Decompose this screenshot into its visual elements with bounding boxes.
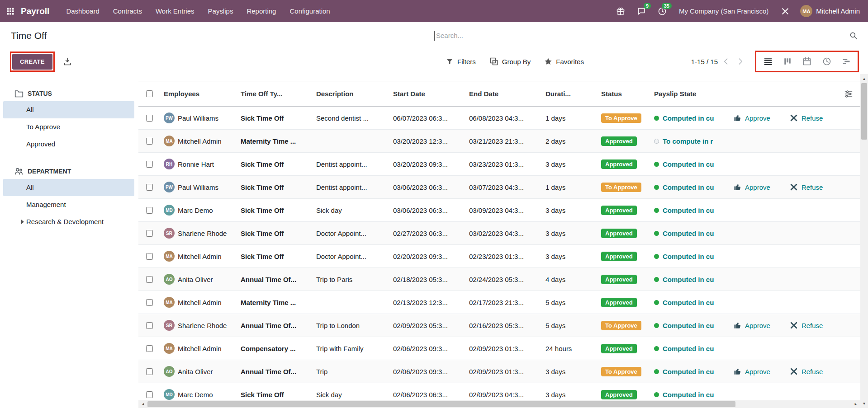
duration-cell: 1 days [542, 114, 598, 122]
nav-item-dashboard[interactable]: Dashboard [59, 0, 106, 22]
approve-button[interactable]: Approve [734, 114, 770, 122]
apps-menu-button[interactable] [0, 0, 21, 22]
group-by-button[interactable]: Group By [489, 57, 531, 66]
user-avatar[interactable]: MA [800, 5, 812, 17]
payslip-state-dot [654, 185, 659, 190]
description-cell: Sick day [313, 206, 389, 214]
messages-button[interactable]: 9 [631, 0, 652, 22]
payslip-state-dot [654, 277, 659, 282]
row-checkbox[interactable] [146, 322, 153, 329]
row-checkbox[interactable] [146, 184, 153, 191]
row-checkbox[interactable] [146, 368, 153, 375]
company-switcher[interactable]: My Company (San Francisco) [673, 0, 775, 22]
sidebar-item-status-all[interactable]: All [3, 101, 134, 118]
table-row[interactable]: PW Paul Williams Sick Time Off Second de… [138, 107, 860, 130]
sidebar-item-department-management[interactable]: Management [3, 196, 134, 213]
refuse-button[interactable]: Refuse [789, 113, 823, 122]
optional-columns-button[interactable] [844, 89, 853, 98]
row-checkbox[interactable] [146, 138, 153, 145]
scroll-up-arrow[interactable]: ▲ [860, 75, 868, 82]
employee-avatar: SR [164, 228, 175, 239]
scroll-left-arrow[interactable]: ◄ [139, 400, 147, 408]
refuse-button[interactable]: Refuse [789, 183, 823, 192]
duration-cell: 3 days [542, 368, 598, 375]
table-row[interactable]: AO Anita Oliver Annual Time Of... Trip t… [138, 268, 860, 291]
column-header-employees[interactable]: Employees [160, 90, 237, 98]
table-row[interactable]: RH Ronnie Hart Sick Time Off Dentist app… [138, 153, 860, 176]
sidebar-item-status-approved[interactable]: Approved [3, 136, 134, 153]
employee-name: Mitchell Admin [178, 345, 222, 352]
app-name[interactable]: Payroll [21, 6, 49, 16]
search-icon[interactable] [849, 31, 858, 40]
nav-item-reporting[interactable]: Reporting [240, 0, 283, 22]
column-header-duration[interactable]: Durati... [542, 90, 598, 98]
favorites-button[interactable]: Favorites [544, 57, 584, 66]
table-row[interactable]: MA Mitchell Admin Maternity Time ... 02/… [138, 291, 860, 314]
vertical-scrollbar-thumb[interactable] [861, 83, 867, 140]
sidebar-item-department-all[interactable]: All [3, 179, 134, 196]
kanban-view-button[interactable] [783, 57, 792, 66]
pager-previous-button[interactable] [720, 57, 732, 66]
scroll-right-arrow[interactable]: ► [852, 400, 859, 408]
table-row[interactable]: SR Sharlene Rhode Sick Time Off Doctor A… [138, 222, 860, 245]
approve-button[interactable]: Approve [734, 367, 770, 375]
table-row[interactable]: MA Mitchell Admin Maternity Time ... 03/… [138, 130, 860, 153]
column-header-time-off-type[interactable]: Time Off Ty... [237, 90, 313, 98]
approve-button[interactable]: Approve [734, 321, 770, 329]
table-row[interactable]: MA Mitchell Admin Compensatory ... Trip … [138, 337, 860, 360]
table-row[interactable]: AO Anita Oliver Annual Time Of... Trip 0… [138, 360, 860, 383]
folder-icon [14, 89, 24, 98]
payslip-state-cell: Computed in cu [663, 368, 714, 375]
row-checkbox[interactable] [146, 276, 153, 283]
sidebar-item-department-rnd[interactable]: Research & Development [3, 213, 134, 230]
table-row[interactable]: MD Marc Demo Sick Time Off Sick day 03/0… [138, 199, 860, 222]
table-row[interactable]: MA Mitchell Admin Sick Time Off Doctor A… [138, 245, 860, 268]
row-checkbox[interactable] [146, 161, 153, 168]
nav-item-payslips[interactable]: Payslips [201, 0, 240, 22]
select-all-checkbox[interactable] [146, 90, 153, 97]
gift-button[interactable] [610, 0, 631, 22]
horizontal-scrollbar-thumb[interactable] [147, 401, 735, 407]
pager-next-button[interactable] [734, 57, 747, 66]
column-header-payslip-state[interactable]: Payslip State [650, 90, 726, 98]
gantt-view-button[interactable] [842, 57, 850, 66]
filters-button[interactable]: Filters [446, 57, 476, 66]
table-row[interactable]: PW Paul Williams Sick Time Off Dentist a… [138, 176, 860, 199]
nav-item-contracts[interactable]: Contracts [106, 0, 149, 22]
search-input[interactable] [434, 31, 845, 41]
scroll-down-arrow[interactable]: ▼ [860, 400, 868, 407]
activity-view-button[interactable] [822, 57, 831, 66]
refuse-button[interactable]: Refuse [789, 321, 823, 330]
top-navbar: Payroll Dashboard Contracts Work Entries… [0, 0, 868, 22]
table-row[interactable]: SR Sharlene Rhode Annual Time Of... Trip… [138, 314, 860, 337]
row-checkbox[interactable] [146, 230, 153, 237]
column-header-description[interactable]: Description [313, 90, 389, 98]
sidebar-item-status-to-approve[interactable]: To Approve [3, 118, 134, 136]
column-header-start-date[interactable]: Start Date [389, 90, 465, 98]
row-checkbox[interactable] [146, 115, 153, 122]
row-checkbox[interactable] [146, 207, 153, 214]
activities-button[interactable]: 35 [652, 0, 673, 22]
approve-button[interactable]: Approve [734, 183, 770, 191]
nav-item-configuration[interactable]: Configuration [283, 0, 337, 22]
tools-button[interactable] [775, 0, 796, 22]
refuse-button[interactable]: Refuse [789, 367, 823, 376]
row-checkbox[interactable] [146, 391, 153, 398]
row-checkbox[interactable] [146, 253, 153, 260]
row-checkbox[interactable] [146, 299, 153, 306]
sidebar-item-label: All [26, 183, 34, 191]
column-header-end-date[interactable]: End Date [465, 90, 542, 98]
approve-label: Approve [745, 183, 770, 191]
nav-item-work-entries[interactable]: Work Entries [149, 0, 201, 22]
caret-right-icon[interactable] [21, 220, 24, 224]
calendar-view-button[interactable] [802, 57, 811, 66]
vertical-scrollbar[interactable]: ▲ ▼ [860, 74, 868, 408]
list-view-button[interactable] [764, 57, 773, 66]
export-button[interactable] [63, 57, 72, 66]
user-menu[interactable]: Mitchell Admin [816, 7, 868, 15]
row-checkbox[interactable] [146, 345, 153, 352]
horizontal-scrollbar[interactable]: ◄ ► [138, 400, 860, 408]
column-header-status[interactable]: Status [598, 90, 650, 98]
annotation-create-highlight: CREATE [10, 52, 55, 72]
create-button[interactable]: CREATE [12, 54, 52, 70]
